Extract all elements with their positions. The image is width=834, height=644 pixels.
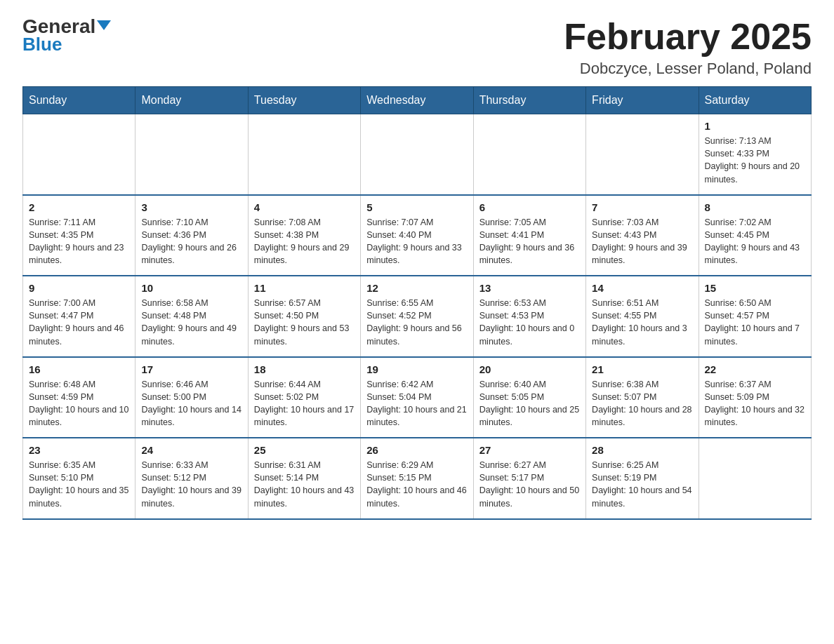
week-row-2: 9Sunrise: 7:00 AMSunset: 4:47 PMDaylight… (23, 276, 812, 357)
day-info: Sunrise: 6:58 AMSunset: 4:48 PMDaylight:… (141, 297, 241, 348)
logo-triangle-icon (97, 20, 111, 30)
day-number: 27 (479, 444, 580, 456)
day-info: Sunrise: 6:51 AMSunset: 4:55 PMDaylight:… (592, 297, 692, 348)
calendar-cell: 3Sunrise: 7:10 AMSunset: 4:36 PMDaylight… (135, 195, 248, 276)
day-number: 19 (366, 363, 467, 375)
calendar-header: SundayMondayTuesdayWednesdayThursdayFrid… (23, 87, 812, 114)
day-info: Sunrise: 6:46 AMSunset: 5:00 PMDaylight:… (141, 378, 241, 429)
day-number: 22 (705, 363, 805, 375)
calendar-cell: 12Sunrise: 6:55 AMSunset: 4:52 PMDayligh… (361, 276, 473, 357)
page-header: General Blue February 2025 Dobczyce, Les… (22, 17, 812, 78)
page-subtitle: Dobczyce, Lesser Poland, Poland (564, 60, 812, 78)
calendar-cell: 15Sunrise: 6:50 AMSunset: 4:57 PMDayligh… (699, 276, 811, 357)
calendar-cell (135, 114, 248, 195)
calendar-cell: 19Sunrise: 6:42 AMSunset: 5:04 PMDayligh… (361, 357, 473, 438)
day-number: 9 (29, 282, 129, 294)
day-info: Sunrise: 6:55 AMSunset: 4:52 PMDaylight:… (366, 297, 467, 348)
day-info: Sunrise: 7:02 AMSunset: 4:45 PMDaylight:… (705, 216, 805, 267)
day-number: 2 (29, 201, 129, 213)
day-number: 23 (29, 444, 129, 456)
calendar-cell: 10Sunrise: 6:58 AMSunset: 4:48 PMDayligh… (135, 276, 248, 357)
day-number: 13 (479, 282, 580, 294)
header-row: SundayMondayTuesdayWednesdayThursdayFrid… (23, 87, 812, 114)
calendar-cell: 17Sunrise: 6:46 AMSunset: 5:00 PMDayligh… (135, 357, 248, 438)
calendar-cell: 4Sunrise: 7:08 AMSunset: 4:38 PMDaylight… (248, 195, 360, 276)
calendar-cell: 24Sunrise: 6:33 AMSunset: 5:12 PMDayligh… (135, 438, 248, 519)
calendar-cell (586, 114, 699, 195)
day-number: 25 (254, 444, 355, 456)
header-tuesday: Tuesday (248, 87, 360, 114)
day-info: Sunrise: 6:48 AMSunset: 4:59 PMDaylight:… (29, 378, 129, 429)
calendar-cell: 22Sunrise: 6:37 AMSunset: 5:09 PMDayligh… (699, 357, 811, 438)
day-info: Sunrise: 6:44 AMSunset: 5:02 PMDaylight:… (254, 378, 355, 429)
calendar-cell: 16Sunrise: 6:48 AMSunset: 4:59 PMDayligh… (23, 357, 135, 438)
logo-blue: Blue (22, 34, 62, 55)
day-number: 12 (366, 282, 467, 294)
calendar-cell: 5Sunrise: 7:07 AMSunset: 4:40 PMDaylight… (361, 195, 473, 276)
day-number: 16 (29, 363, 129, 375)
calendar-cell: 9Sunrise: 7:00 AMSunset: 4:47 PMDaylight… (23, 276, 135, 357)
calendar-cell: 14Sunrise: 6:51 AMSunset: 4:55 PMDayligh… (586, 276, 699, 357)
title-block: February 2025 Dobczyce, Lesser Poland, P… (564, 17, 812, 78)
week-row-1: 2Sunrise: 7:11 AMSunset: 4:35 PMDaylight… (23, 195, 812, 276)
day-info: Sunrise: 6:50 AMSunset: 4:57 PMDaylight:… (705, 297, 805, 348)
header-thursday: Thursday (473, 87, 585, 114)
day-number: 21 (592, 363, 692, 375)
calendar-cell (361, 114, 473, 195)
calendar-body: 1Sunrise: 7:13 AMSunset: 4:33 PMDaylight… (23, 114, 812, 519)
day-info: Sunrise: 6:35 AMSunset: 5:10 PMDaylight:… (29, 459, 129, 510)
day-info: Sunrise: 7:10 AMSunset: 4:36 PMDaylight:… (141, 216, 241, 267)
calendar-cell: 1Sunrise: 7:13 AMSunset: 4:33 PMDaylight… (699, 114, 811, 195)
calendar-cell: 21Sunrise: 6:38 AMSunset: 5:07 PMDayligh… (586, 357, 699, 438)
day-number: 1 (705, 120, 805, 132)
header-sunday: Sunday (23, 87, 135, 114)
day-number: 8 (705, 201, 805, 213)
day-number: 6 (479, 201, 580, 213)
day-info: Sunrise: 6:42 AMSunset: 5:04 PMDaylight:… (366, 378, 467, 429)
calendar-cell: 18Sunrise: 6:44 AMSunset: 5:02 PMDayligh… (248, 357, 360, 438)
calendar-cell: 13Sunrise: 6:53 AMSunset: 4:53 PMDayligh… (473, 276, 585, 357)
day-info: Sunrise: 7:00 AMSunset: 4:47 PMDaylight:… (29, 297, 129, 348)
day-number: 18 (254, 363, 355, 375)
calendar-cell (699, 438, 811, 519)
header-friday: Friday (586, 87, 699, 114)
day-info: Sunrise: 7:05 AMSunset: 4:41 PMDaylight:… (479, 216, 580, 267)
day-number: 26 (366, 444, 467, 456)
calendar-cell: 2Sunrise: 7:11 AMSunset: 4:35 PMDaylight… (23, 195, 135, 276)
calendar-cell: 6Sunrise: 7:05 AMSunset: 4:41 PMDaylight… (473, 195, 585, 276)
day-info: Sunrise: 6:29 AMSunset: 5:15 PMDaylight:… (366, 459, 467, 510)
day-info: Sunrise: 6:31 AMSunset: 5:14 PMDaylight:… (254, 459, 355, 510)
day-info: Sunrise: 7:08 AMSunset: 4:38 PMDaylight:… (254, 216, 355, 267)
day-info: Sunrise: 7:11 AMSunset: 4:35 PMDaylight:… (29, 216, 129, 267)
calendar-cell: 28Sunrise: 6:25 AMSunset: 5:19 PMDayligh… (586, 438, 699, 519)
week-row-3: 16Sunrise: 6:48 AMSunset: 4:59 PMDayligh… (23, 357, 812, 438)
day-info: Sunrise: 6:53 AMSunset: 4:53 PMDaylight:… (479, 297, 580, 348)
day-info: Sunrise: 6:27 AMSunset: 5:17 PMDaylight:… (479, 459, 580, 510)
day-info: Sunrise: 6:57 AMSunset: 4:50 PMDaylight:… (254, 297, 355, 348)
calendar-cell: 11Sunrise: 6:57 AMSunset: 4:50 PMDayligh… (248, 276, 360, 357)
day-number: 24 (141, 444, 241, 456)
calendar-cell (248, 114, 360, 195)
day-info: Sunrise: 7:13 AMSunset: 4:33 PMDaylight:… (705, 135, 805, 186)
calendar-table: SundayMondayTuesdayWednesdayThursdayFrid… (22, 86, 812, 520)
day-number: 10 (141, 282, 241, 294)
calendar-cell: 7Sunrise: 7:03 AMSunset: 4:43 PMDaylight… (586, 195, 699, 276)
day-info: Sunrise: 7:03 AMSunset: 4:43 PMDaylight:… (592, 216, 692, 267)
day-info: Sunrise: 6:38 AMSunset: 5:07 PMDaylight:… (592, 378, 692, 429)
day-number: 11 (254, 282, 355, 294)
day-number: 15 (705, 282, 805, 294)
day-number: 7 (592, 201, 692, 213)
week-row-0: 1Sunrise: 7:13 AMSunset: 4:33 PMDaylight… (23, 114, 812, 195)
header-monday: Monday (135, 87, 248, 114)
calendar-cell: 8Sunrise: 7:02 AMSunset: 4:45 PMDaylight… (699, 195, 811, 276)
day-info: Sunrise: 7:07 AMSunset: 4:40 PMDaylight:… (366, 216, 467, 267)
calendar-cell: 23Sunrise: 6:35 AMSunset: 5:10 PMDayligh… (23, 438, 135, 519)
day-number: 4 (254, 201, 355, 213)
calendar-cell: 25Sunrise: 6:31 AMSunset: 5:14 PMDayligh… (248, 438, 360, 519)
calendar-cell (473, 114, 585, 195)
page-title: February 2025 (564, 17, 812, 57)
calendar-cell: 26Sunrise: 6:29 AMSunset: 5:15 PMDayligh… (361, 438, 473, 519)
calendar-cell: 20Sunrise: 6:40 AMSunset: 5:05 PMDayligh… (473, 357, 585, 438)
calendar-cell (23, 114, 135, 195)
day-info: Sunrise: 6:33 AMSunset: 5:12 PMDaylight:… (141, 459, 241, 510)
